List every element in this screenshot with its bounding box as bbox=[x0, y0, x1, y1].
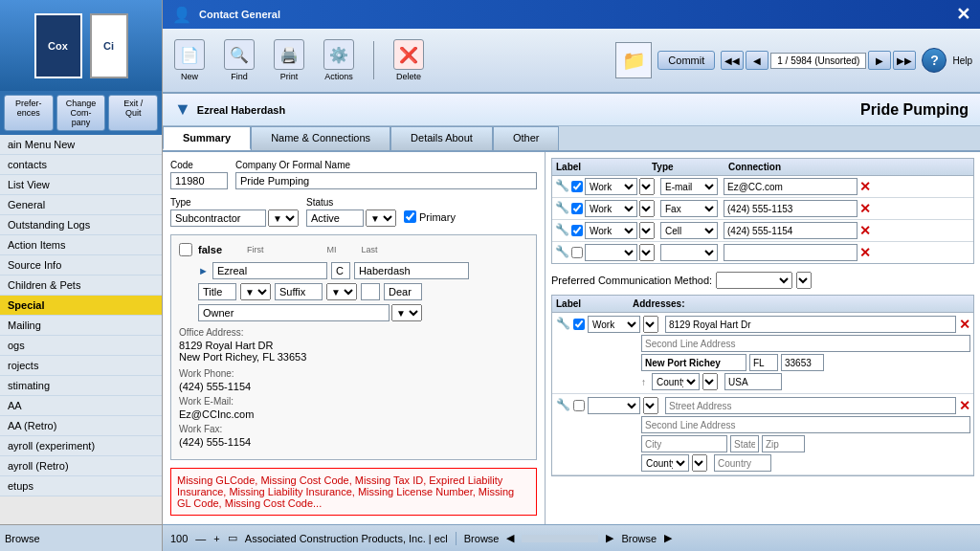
row4-value-input[interactable] bbox=[724, 244, 858, 261]
row2-edit-icon[interactable]: 🔧 bbox=[554, 201, 569, 216]
row4-delete-button[interactable]: ✕ bbox=[859, 245, 871, 260]
sidebar-item-aa[interactable]: AA bbox=[0, 396, 162, 416]
nav-right-status[interactable]: ▶ bbox=[664, 532, 672, 544]
row1-label-dropdown[interactable]: ▼ bbox=[639, 178, 655, 195]
exit-button[interactable]: Exit /Quit bbox=[108, 95, 158, 131]
row1-type-select[interactable]: E-mail bbox=[660, 178, 718, 195]
addr1-county-select[interactable]: County bbox=[652, 373, 700, 390]
first-name-input[interactable] bbox=[212, 262, 327, 279]
addr2-label-dropdown[interactable]: ▼ bbox=[643, 397, 658, 414]
addr2-street-input[interactable] bbox=[665, 397, 956, 414]
row4-label-dropdown[interactable]: ▼ bbox=[639, 244, 655, 261]
nav-next-status[interactable]: ▶ bbox=[606, 532, 613, 544]
pref-method-dropdown[interactable]: ▼ bbox=[796, 272, 812, 289]
row1-checkbox[interactable] bbox=[571, 181, 583, 192]
tab-other[interactable]: Other bbox=[493, 126, 560, 150]
last-name-input[interactable] bbox=[354, 262, 469, 279]
sidebar-item-contacts[interactable]: contacts bbox=[0, 155, 162, 175]
sidebar-item-outstanding-logs[interactable]: Outstanding Logs bbox=[0, 215, 162, 235]
row3-value-input[interactable] bbox=[724, 222, 858, 239]
row4-label-select[interactable] bbox=[585, 244, 637, 261]
row1-value-input[interactable] bbox=[724, 178, 858, 195]
tab-summary[interactable]: Summary bbox=[163, 126, 251, 150]
row2-label-dropdown[interactable]: ▼ bbox=[639, 200, 655, 217]
nav-next-button[interactable]: ▶ bbox=[868, 51, 891, 70]
addr2-checkbox[interactable] bbox=[573, 400, 585, 411]
type-select[interactable]: ▼ bbox=[268, 209, 299, 227]
nav-last-button[interactable]: ▶▶ bbox=[893, 51, 916, 70]
salutation-select[interactable]: ▼ bbox=[391, 304, 422, 321]
status-select[interactable]: ▼ bbox=[366, 209, 396, 227]
addr1-edit-icon[interactable]: 🔧 bbox=[555, 317, 570, 332]
nav-prev-status[interactable]: ◀ bbox=[506, 532, 514, 544]
addr2-country-input[interactable] bbox=[714, 454, 771, 472]
addr2-zip-input[interactable] bbox=[762, 435, 805, 452]
sidebar-item-logs[interactable]: ogs bbox=[0, 336, 162, 356]
c-input[interactable] bbox=[361, 283, 380, 300]
addr1-state-input[interactable] bbox=[749, 354, 778, 371]
row4-type-select[interactable] bbox=[660, 244, 718, 261]
help-button[interactable]: ? bbox=[922, 48, 947, 73]
preferences-button[interactable]: Prefer-ences bbox=[4, 95, 54, 131]
sidebar-item-special[interactable]: Special bbox=[0, 296, 162, 316]
formal-name-input[interactable] bbox=[235, 172, 537, 189]
type-input[interactable] bbox=[170, 209, 266, 227]
addr1-checkbox[interactable] bbox=[573, 319, 585, 330]
sidebar-item-payroll-exp[interactable]: ayroll (experiment) bbox=[0, 436, 162, 456]
sidebar-item-aa-retro[interactable]: AA (Retro) bbox=[0, 416, 162, 436]
addr1-street-input[interactable] bbox=[665, 316, 956, 333]
addr1-county-dropdown[interactable]: ▼ bbox=[702, 373, 718, 390]
addr1-label-dropdown[interactable]: ▼ bbox=[643, 316, 658, 333]
row4-checkbox[interactable] bbox=[571, 247, 583, 258]
addr2-county-dropdown[interactable]: ▼ bbox=[692, 454, 707, 472]
addr1-zip-input[interactable] bbox=[781, 354, 824, 371]
change-company-button[interactable]: ChangeCom-pany bbox=[56, 95, 106, 131]
row4-edit-icon[interactable]: 🔧 bbox=[554, 245, 569, 260]
addr2-state-input[interactable] bbox=[730, 435, 759, 452]
delete-button[interactable]: ❌ Delete bbox=[390, 39, 428, 81]
addr2-city-input[interactable] bbox=[641, 435, 727, 452]
row3-edit-icon[interactable]: 🔧 bbox=[554, 223, 569, 238]
sidebar-item-setups[interactable]: etups bbox=[0, 476, 162, 496]
sidebar-item-action-items[interactable]: Action Items bbox=[0, 235, 162, 255]
row3-label-dropdown[interactable]: ▼ bbox=[639, 222, 655, 239]
sidebar-item-children-pets[interactable]: Children & Pets bbox=[0, 276, 162, 296]
addr2-delete-button[interactable]: ✕ bbox=[959, 398, 970, 413]
row2-label-select[interactable]: Work bbox=[585, 200, 637, 217]
actions-button[interactable]: ⚙️ Actions bbox=[320, 39, 358, 81]
primary-checkbox[interactable] bbox=[404, 210, 416, 223]
pref-method-select[interactable] bbox=[716, 272, 792, 289]
addr2-edit-icon[interactable]: 🔧 bbox=[555, 398, 570, 413]
tab-details-about[interactable]: Details About bbox=[390, 126, 493, 150]
commit-button[interactable]: Commit bbox=[657, 51, 715, 70]
addr2-county-select[interactable]: County bbox=[641, 454, 689, 472]
close-button[interactable]: ✕ bbox=[956, 4, 970, 25]
sidebar-item-estimating[interactable]: stimating bbox=[0, 376, 162, 396]
row2-delete-button[interactable]: ✕ bbox=[859, 201, 871, 216]
addr1-country-input[interactable] bbox=[724, 373, 782, 390]
new-button[interactable]: 📄 New bbox=[170, 39, 209, 81]
addr1-delete-button[interactable]: ✕ bbox=[959, 317, 970, 332]
row1-label-select[interactable]: Work bbox=[585, 178, 637, 195]
row1-delete-button[interactable]: ✕ bbox=[859, 179, 871, 194]
find-button[interactable]: 🔍 Find bbox=[220, 39, 258, 81]
row2-type-select[interactable]: Fax bbox=[660, 200, 718, 217]
sidebar-item-payroll-retro[interactable]: ayroll (Retro) bbox=[0, 456, 162, 476]
row2-checkbox[interactable] bbox=[571, 203, 583, 214]
sidebar-item-list-view[interactable]: List View bbox=[0, 175, 162, 195]
addr1-city-input[interactable] bbox=[641, 354, 746, 371]
addr1-second-input[interactable] bbox=[641, 335, 970, 352]
sidebar-item-mailing[interactable]: Mailing bbox=[0, 316, 162, 336]
print-button[interactable]: 🖨️ Print bbox=[270, 39, 308, 81]
row3-label-select[interactable]: Work bbox=[585, 222, 637, 239]
dear-input[interactable] bbox=[384, 283, 422, 300]
code-input[interactable] bbox=[170, 172, 228, 189]
sidebar-item-general[interactable]: General bbox=[0, 195, 162, 215]
tab-name-connections[interactable]: Name & Connections bbox=[251, 126, 390, 150]
sidebar-item-main-menu[interactable]: ain Menu New bbox=[0, 135, 162, 155]
row1-edit-icon[interactable]: 🔧 bbox=[554, 179, 569, 194]
title-input[interactable] bbox=[198, 283, 236, 300]
salutation-input[interactable] bbox=[198, 304, 390, 321]
title-select[interactable]: ▼ bbox=[240, 283, 271, 300]
addr2-label-select[interactable] bbox=[588, 397, 640, 414]
